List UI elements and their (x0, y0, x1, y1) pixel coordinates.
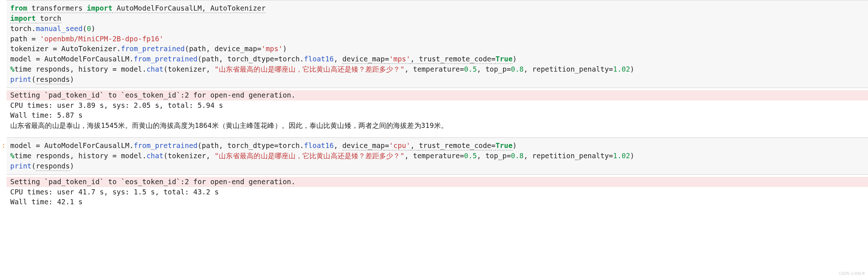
number-literal: 0.8 (511, 152, 524, 160)
string-literal: "山东省最高的山是哪座山，它比黄山高还是矮？差距多少？" (214, 65, 404, 73)
function-call: manual_seed (36, 24, 83, 33)
magic-command: % (10, 152, 15, 160)
number-literal: 0 (87, 24, 91, 33)
code-input-1[interactable]: from transformers import AutoModelForCau… (7, 0, 868, 88)
code-line[interactable]: print(responds) (10, 161, 864, 171)
keyword-import: import (10, 14, 36, 23)
string-literal: 'openbmb/MiniCPM-2B-dpo-fp16' (40, 35, 164, 43)
keyword-import: import (87, 4, 113, 13)
code-cell-1[interactable]: from transformers import AutoModelForCau… (0, 0, 868, 88)
code-cell-2[interactable]: : model = AutoModelForCausalLM.from_pret… (0, 137, 868, 175)
boolean-literal: True (495, 55, 513, 64)
keyword-from: from (10, 4, 27, 13)
stdout-line: Wall time: 5.87 s (10, 110, 864, 121)
stderr-line: Setting `pad_token_id` to `eos_token_id`… (7, 90, 868, 100)
stdout-line: 山东省最高的山是泰山，海拔1545米。而黄山的海拔高度为1864米（黄山主峰莲花… (10, 121, 864, 131)
code-line[interactable]: model = AutoModelForCausalLM.from_pretra… (10, 141, 864, 151)
variable: responds (36, 75, 70, 84)
magic-command: % (10, 65, 15, 73)
code-line[interactable]: import torch (10, 14, 864, 24)
number-literal: 0.5 (464, 65, 477, 73)
string-literal: 'mps' (389, 55, 410, 64)
stdout-line: CPU times: user 41.7 s, sys: 1.5 s, tota… (10, 187, 864, 197)
number-literal: 0.8 (511, 65, 524, 73)
function-call: from_pretrained (121, 45, 185, 53)
string-literal: 'mps' (262, 45, 283, 53)
function-call: from_pretrained (134, 141, 198, 150)
output-cell-1: Setting `pad_token_id` to `eos_token_id`… (0, 88, 868, 134)
function-call: print (10, 162, 31, 170)
code-line[interactable]: model = AutoModelForCausalLM.from_pretra… (10, 54, 864, 64)
stdout-line: CPU times: user 3.89 s, sys: 2.05 s, tot… (10, 100, 864, 111)
number-literal: 0.5 (464, 152, 477, 160)
code-input-2[interactable]: model = AutoModelForCausalLM.from_pretra… (7, 137, 868, 175)
import-items: AutoModelForCausalLM, AutoTokenizer (113, 4, 266, 13)
string-literal: 'cpu' (389, 141, 410, 151)
variable: responds (36, 162, 70, 171)
code-line[interactable]: path = 'openbmb/MiniCPM-2B-dpo-fp16' (10, 34, 864, 44)
module-name: torch (36, 14, 61, 23)
stdout-line: Wall time: 42.1 s (10, 197, 864, 207)
stderr-line: Setting `pad_token_id` to `eos_token_id`… (7, 177, 868, 187)
output-area: Setting `pad_token_id` to `eos_token_id`… (7, 175, 868, 210)
output-area: Setting `pad_token_id` to `eos_token_id`… (7, 88, 868, 134)
code-line[interactable]: tokenizer = AutoTokenizer.from_pretraine… (10, 44, 864, 54)
code-line[interactable]: torch.manual_seed(0) (10, 24, 864, 34)
code-line[interactable]: from transformers import AutoModelForCau… (10, 3, 864, 14)
function-call: print (10, 75, 31, 84)
output-cell-2: Setting `pad_token_id` to `eos_token_id`… (0, 175, 868, 210)
number-literal: 1.02 (613, 65, 630, 73)
module-name: transformers (27, 4, 87, 13)
number-literal: 1.02 (613, 152, 630, 160)
input-prompt-icon: : (1, 140, 6, 151)
code-line[interactable]: %time responds, history = model.chat(tok… (10, 151, 864, 161)
code-line[interactable]: print(responds) (10, 75, 864, 85)
function-call: chat (146, 65, 164, 73)
function-call: chat (146, 152, 164, 160)
code-line[interactable]: %time responds, history = model.chat(tok… (10, 64, 864, 75)
code-text: torch. (10, 24, 36, 33)
boolean-literal: True (495, 141, 513, 151)
string-literal: "山东省最高的山是哪座山，它比黄山高还是矮？差距多少？" (214, 152, 404, 160)
function-call: from_pretrained (134, 55, 198, 63)
